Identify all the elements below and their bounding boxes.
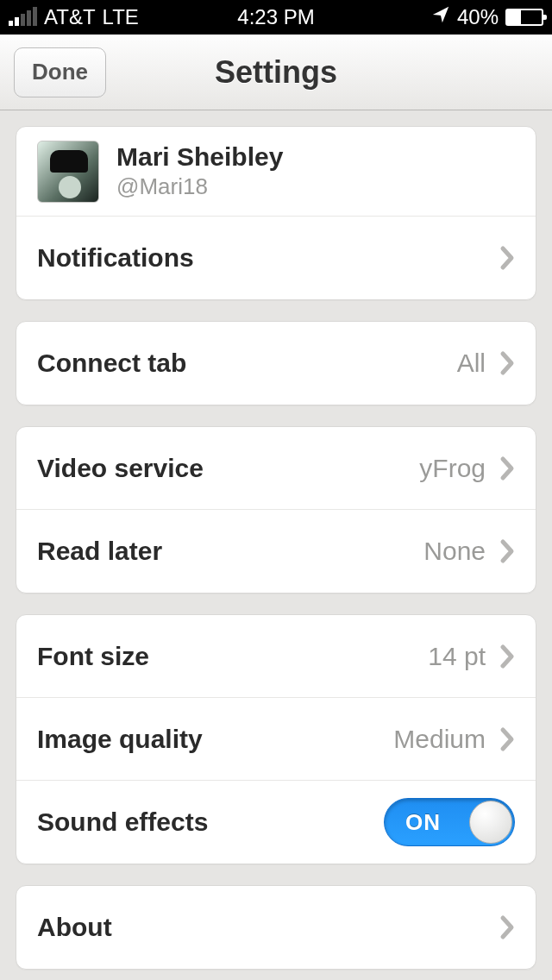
chevron-right-icon <box>499 350 515 376</box>
sound-effects-label: Sound effects <box>37 807 384 837</box>
video-service-row[interactable]: Video service yFrog <box>16 427 536 510</box>
chevron-right-icon <box>499 245 515 271</box>
account-row[interactable]: Mari Sheibley @Mari18 <box>16 127 536 217</box>
chevron-right-icon <box>499 538 515 564</box>
read-later-label: Read later <box>37 537 423 566</box>
carrier-label: AT&T <box>44 5 96 29</box>
about-row[interactable]: About <box>16 886 536 969</box>
sound-effects-toggle[interactable]: ON <box>384 798 515 846</box>
account-name: Mari Sheibley <box>116 142 283 172</box>
avatar <box>37 141 99 203</box>
connect-tab-value: All <box>457 349 486 378</box>
group-account: Mari Sheibley @Mari18 Notifications <box>16 126 536 300</box>
signal-icon <box>9 9 37 26</box>
video-service-value: yFrog <box>419 454 486 483</box>
clock: 4:23 PM <box>237 5 314 28</box>
font-size-label: Font size <box>37 642 428 671</box>
network-label: LTE <box>103 5 139 29</box>
font-size-row[interactable]: Font size 14 pt <box>16 615 536 698</box>
about-label: About <box>37 913 499 942</box>
connect-tab-label: Connect tab <box>37 349 457 378</box>
group-display: Font size 14 pt Image quality Medium Sou… <box>16 614 536 864</box>
group-about: About <box>16 885 536 970</box>
account-handle: @Mari18 <box>116 173 283 200</box>
sound-effects-row: Sound effects ON <box>16 781 536 864</box>
done-button[interactable]: Done <box>14 47 106 97</box>
image-quality-row[interactable]: Image quality Medium <box>16 698 536 781</box>
status-bar: AT&T LTE 4:23 PM 40% <box>0 0 552 35</box>
notifications-label: Notifications <box>37 243 499 273</box>
connect-tab-row[interactable]: Connect tab All <box>16 322 536 405</box>
settings-content: Mari Sheibley @Mari18 Notifications Conn… <box>0 110 552 980</box>
read-later-row[interactable]: Read later None <box>16 510 536 593</box>
battery-pct: 40% <box>457 5 499 29</box>
chevron-right-icon <box>499 914 515 940</box>
video-service-label: Video service <box>37 454 419 483</box>
toggle-on-label: ON <box>405 809 441 836</box>
toggle-knob <box>469 801 512 844</box>
location-icon <box>431 5 450 29</box>
image-quality-label: Image quality <box>37 725 393 754</box>
battery-icon <box>505 9 543 26</box>
nav-bar: Done Settings <box>0 35 552 110</box>
font-size-value: 14 pt <box>428 642 486 671</box>
image-quality-value: Medium <box>393 725 486 754</box>
chevron-right-icon <box>499 644 515 669</box>
group-connect: Connect tab All <box>16 321 536 405</box>
group-services: Video service yFrog Read later None <box>16 426 536 594</box>
chevron-right-icon <box>499 455 515 481</box>
read-later-value: None <box>423 537 486 566</box>
notifications-row[interactable]: Notifications <box>16 217 536 299</box>
chevron-right-icon <box>499 726 515 752</box>
